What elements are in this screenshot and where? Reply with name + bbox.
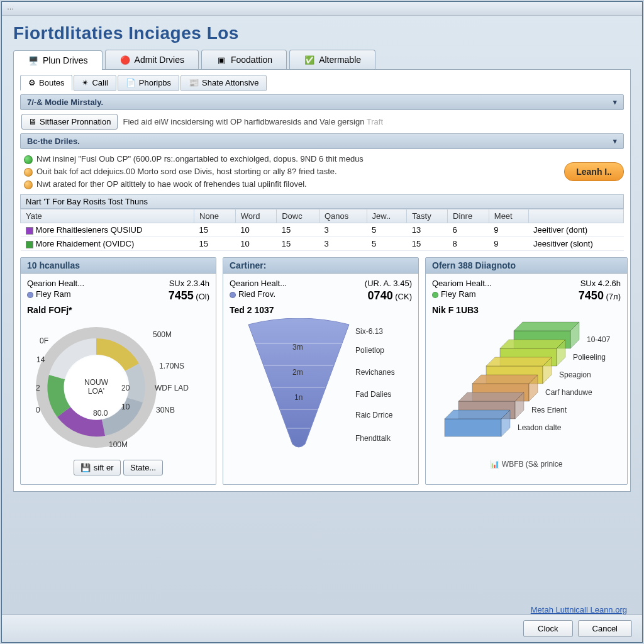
tab-admit-drvies[interactable]: 🔴 Admit Drvies [105, 50, 199, 69]
section-description: Fied aid eiW incsidersing witl OP harfid… [123, 117, 383, 126]
disk-icon: 💾 [80, 463, 91, 472]
metric-right: SUx 2.3.4h [169, 279, 209, 288]
col-dinre[interactable]: Dinre [448, 209, 489, 223]
svg-text:Polietlop: Polietlop [355, 346, 384, 355]
svg-text:100M: 100M [109, 440, 128, 449]
svg-rect-50 [445, 419, 501, 436]
col-extra[interactable] [528, 209, 623, 223]
svg-text:Res Erient: Res Erient [531, 406, 567, 414]
table-title: Nart 'T For Bay Rosits Tost Thuns [20, 194, 624, 209]
sifter-button[interactable]: 💾sift er [74, 460, 121, 475]
chart-title: Rald FOFj* [27, 305, 209, 315]
svg-marker-39 [486, 357, 552, 366]
row-swatch-icon [26, 241, 33, 248]
donut-chart: NOUW LOA' 500M 1.70NS WDF LAD 30NB 100M … [27, 315, 209, 460]
row-swatch-icon [26, 227, 33, 235]
metric-label: Qearion Healt... [230, 279, 287, 288]
svg-marker-43 [472, 375, 538, 384]
main-tabs: 🖥️ Plun Drives 🔴 Admit Drvies ▣ Foodatti… [13, 50, 631, 70]
tab-plun-drives[interactable]: 🖥️ Plun Drives [13, 50, 103, 70]
notice-text: Nwt arated for ther OP aitlttely to hae … [36, 179, 307, 189]
subtab-phoripbs[interactable]: 📄 Phoripbs [118, 75, 179, 91]
col-tasty[interactable]: Tasty [407, 209, 448, 223]
panel-title: Ofern 388 Diiagnoto [426, 258, 627, 274]
section-modie-header[interactable]: 7/-& Modie Mirstaly. ▾ [20, 94, 624, 110]
subtab-label: Phoripbs [139, 78, 171, 87]
big-value: 7455 [169, 289, 194, 302]
status-dot-icon [24, 155, 33, 164]
titlebar: … [2, 2, 642, 16]
step-chart: 10-407PolieelingSpeagionCarf handuweRes … [432, 315, 621, 460]
status-dot-icon [24, 168, 33, 177]
svg-text:Fhendttalk: Fhendttalk [355, 434, 391, 443]
chevron-down-icon: ▾ [613, 98, 617, 106]
dot-icon [27, 292, 33, 298]
funnel-chart: Six-6.13 Polietlop Revichanes Fad Dalies… [230, 315, 412, 460]
svg-text:10-407: 10-407 [587, 335, 611, 344]
subtab-calil[interactable]: ✴ Calil [74, 75, 116, 91]
dialog-footer: Clock Cancel [2, 614, 642, 642]
table-row[interactable]: More Rhaidement (OVIDC) 151015 3515 89Je… [21, 237, 624, 251]
svg-marker-51 [445, 410, 510, 419]
check-icon: ✅ [304, 54, 315, 65]
big-value: 7450 [579, 289, 604, 302]
ok-button[interactable]: Clock [523, 620, 573, 637]
svg-text:Fad Dalies: Fad Dalies [355, 390, 391, 399]
subtab-boutes[interactable]: ⚙ Boutes [20, 75, 72, 91]
col-yate[interactable]: Yate [21, 209, 194, 223]
svg-text:0F: 0F [40, 336, 48, 345]
square-icon: ▣ [216, 54, 227, 65]
svg-text:1.70NS: 1.70NS [159, 362, 184, 370]
sitfiaser-button[interactable]: 🖥 Sitfiaser Pronnation [21, 114, 118, 130]
metric-right: SUx 4.2.6h [580, 279, 621, 288]
subtab-shate[interactable]: 📰 Shate Attonsive [180, 75, 267, 91]
svg-text:10: 10 [121, 402, 130, 411]
svg-text:1n: 1n [294, 393, 303, 402]
chart-icon: 📊 [490, 460, 499, 469]
col-jew[interactable]: Jew.. [367, 209, 407, 223]
svg-text:30NB: 30NB [156, 406, 175, 414]
chart-title: Nik F 1UB3 [432, 305, 621, 315]
tab-label: Plun Drives [43, 55, 88, 65]
panel-hcanullas: 10 hcanullas Qearion Healt... SUx 2.3.4h… [20, 257, 216, 485]
notice-list: Nwt insinej "Fusl Oub CP" (600.0P rs:.on… [20, 149, 367, 194]
status-dot-icon [24, 180, 33, 189]
subtab-label: Boutes [39, 78, 64, 87]
tab-altermable[interactable]: ✅ Altermable [289, 50, 375, 69]
sub-tabs: ⚙ Boutes ✴ Calil 📄 Phoripbs 📰 Shate Atto… [20, 75, 624, 91]
col-qanos[interactable]: Qanos [319, 209, 367, 223]
svg-text:0: 0 [36, 406, 40, 414]
panel-diagnoto: Ofern 388 Diiagnoto Qeariom Healt... SUx… [425, 257, 628, 485]
svg-marker-47 [458, 392, 524, 401]
notice-item: Nwt arated for ther OP aitlttely to hae … [24, 178, 364, 191]
big-value: 0740 [368, 289, 393, 302]
svg-text:20: 20 [121, 384, 130, 392]
metric-right: (UR. A. 3.45) [365, 279, 412, 288]
section-title: Bc-the Driles. [27, 136, 80, 146]
leanh-button[interactable]: Leanh I.. [564, 162, 624, 181]
page-icon: 📄 [126, 78, 136, 87]
col-none[interactable]: None [194, 209, 236, 223]
table-row[interactable]: More Rhaitlesieners QUSIUD 151015 3513 6… [21, 223, 624, 237]
panel-title: 10 hcanullas [21, 258, 216, 274]
svg-text:500M: 500M [153, 330, 172, 339]
svg-text:Speagion: Speagion [559, 370, 591, 379]
notice-text: Ouit bak fof act ddejuics.00 Morto sord … [36, 167, 337, 176]
cancel-button[interactable]: Cancel [578, 620, 632, 637]
metric-label: Qeariom Healt... [432, 279, 492, 288]
tab-label: Altermable [319, 55, 361, 65]
tab-foodattion[interactable]: ▣ Foodattion [201, 50, 287, 69]
page-title: Fiortdlitaties Inciages Los [13, 23, 631, 43]
subtab-label: Calil [92, 78, 108, 87]
notice-item: Ouit bak fof act ddejuics.00 Morto sord … [24, 165, 364, 178]
col-meet[interactable]: Meet [489, 209, 528, 223]
notice-item: Nwt insinej "Fusl Oub CP" (600.0P rs:.on… [24, 153, 364, 165]
col-dowc[interactable]: Dowc [277, 209, 319, 223]
col-word[interactable]: Word [235, 209, 276, 223]
footer-link[interactable]: Metah Luttnicall Leann.org [531, 605, 627, 614]
svg-text:Carf handuwe: Carf handuwe [545, 388, 592, 397]
section-driles-header[interactable]: Bc-the Driles. ▾ [20, 133, 624, 149]
monitor-icon: 🖥 [28, 117, 36, 126]
dot-icon [230, 292, 236, 298]
state-button[interactable]: State... [123, 460, 163, 475]
